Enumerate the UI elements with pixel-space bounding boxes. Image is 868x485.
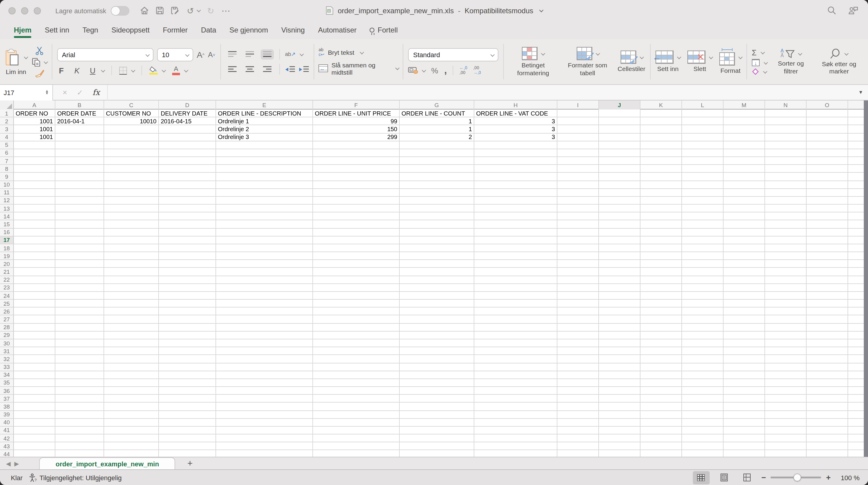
cell-C15[interactable] <box>104 221 159 228</box>
cell-A44[interactable] <box>14 450 55 457</box>
cell-N6[interactable] <box>765 149 807 157</box>
cell-J8[interactable] <box>599 165 641 173</box>
cell-E41[interactable] <box>216 427 313 434</box>
bold-button[interactable]: F <box>57 66 66 75</box>
cell-A38[interactable] <box>14 403 55 411</box>
cell-G14[interactable] <box>400 213 474 220</box>
cell-E40[interactable] <box>216 419 313 426</box>
decrease-indent-button[interactable] <box>285 66 294 72</box>
cell-D5[interactable] <box>159 141 216 149</box>
cell-B11[interactable] <box>55 189 104 196</box>
cell-M30[interactable] <box>723 340 765 347</box>
cell-M10[interactable] <box>723 181 765 189</box>
cell-D2[interactable]: 2016-04-15 <box>159 117 216 125</box>
cell-O42[interactable] <box>807 434 848 442</box>
cell-A31[interactable] <box>14 347 55 355</box>
cell-N28[interactable] <box>765 323 807 331</box>
name-box-stepper[interactable]: ▲▼ <box>45 90 49 94</box>
cell-M17[interactable] <box>723 236 765 244</box>
cell-F2[interactable]: 99 <box>313 117 400 125</box>
cell-B22[interactable] <box>55 276 104 284</box>
cell-M16[interactable] <box>723 228 765 236</box>
cell-D42[interactable] <box>159 434 216 442</box>
cell-N8[interactable] <box>765 165 807 173</box>
cell-B4[interactable] <box>55 133 104 141</box>
cell-G28[interactable] <box>400 323 474 331</box>
cell-L38[interactable] <box>682 403 723 411</box>
cell-H27[interactable] <box>474 316 557 323</box>
cell-G31[interactable] <box>400 347 474 355</box>
cell-G11[interactable] <box>400 189 474 196</box>
cell-B12[interactable] <box>55 197 104 204</box>
cell-E12[interactable] <box>216 197 313 204</box>
cell-L43[interactable] <box>682 442 723 450</box>
cell-M44[interactable] <box>723 450 765 457</box>
cell-I18[interactable] <box>557 244 599 252</box>
cell-F37[interactable] <box>313 395 400 402</box>
cell-A36[interactable] <box>14 387 55 395</box>
cell-A32[interactable] <box>14 355 55 363</box>
cell-I1[interactable] <box>557 109 599 117</box>
tab-formler[interactable]: Formler <box>156 22 194 39</box>
cell-J37[interactable] <box>599 395 641 402</box>
cell-B18[interactable] <box>55 244 104 252</box>
cell-G29[interactable] <box>400 331 474 340</box>
cell-F43[interactable] <box>313 442 400 450</box>
cell-G9[interactable] <box>400 173 474 181</box>
cell-I32[interactable] <box>557 355 599 363</box>
cell-G35[interactable] <box>400 379 474 387</box>
row-header-24[interactable]: 24 <box>0 292 14 300</box>
cell-D23[interactable] <box>159 284 216 292</box>
cell-C31[interactable] <box>104 347 159 355</box>
cell-E18[interactable] <box>216 244 313 252</box>
cell-G26[interactable] <box>400 308 474 316</box>
cell-D41[interactable] <box>159 427 216 434</box>
cell-D28[interactable] <box>159 323 216 331</box>
cell-N43[interactable] <box>765 442 807 450</box>
cell-L26[interactable] <box>682 308 723 316</box>
cell-O38[interactable] <box>807 403 848 411</box>
insert-cells-button[interactable]: ← Sett inn <box>655 51 680 72</box>
cell-G42[interactable] <box>400 434 474 442</box>
cell-E30[interactable] <box>216 340 313 347</box>
cell-B33[interactable] <box>55 363 104 371</box>
cell-F8[interactable] <box>313 165 400 173</box>
cell-E6[interactable] <box>216 149 313 157</box>
cell-O10[interactable] <box>807 181 848 189</box>
cell-E3[interactable]: Ordrelinje 2 <box>216 126 313 133</box>
cell-K22[interactable] <box>641 276 682 284</box>
cell-F4[interactable]: 299 <box>313 133 400 141</box>
cell-C32[interactable] <box>104 355 159 363</box>
cell-G16[interactable] <box>400 228 474 236</box>
cell-L8[interactable] <box>682 165 723 173</box>
tab-visning[interactable]: Visning <box>275 22 311 39</box>
cell-J23[interactable] <box>599 284 641 292</box>
format-painter-button[interactable] <box>32 69 47 77</box>
orientation-button[interactable]: ab↗ <box>285 51 303 57</box>
cell-L41[interactable] <box>682 427 723 434</box>
cell-G34[interactable] <box>400 371 474 379</box>
cell-A25[interactable] <box>14 300 55 308</box>
cell-J39[interactable] <box>599 411 641 419</box>
cell-H8[interactable] <box>474 165 557 173</box>
formula-input[interactable] <box>107 85 854 100</box>
tab-sideoppsett[interactable]: Sideoppsett <box>105 22 156 39</box>
cell-H13[interactable] <box>474 204 557 213</box>
cell-A18[interactable] <box>14 244 55 252</box>
cell-O35[interactable] <box>807 379 848 387</box>
cell-H4[interactable]: 3 <box>474 133 557 141</box>
cell-G1[interactable]: ORDER LINE - COUNT <box>400 109 474 117</box>
cell-J38[interactable] <box>599 403 641 411</box>
cell-E29[interactable] <box>216 331 313 340</box>
cell-A30[interactable] <box>14 340 55 347</box>
cell-B37[interactable] <box>55 395 104 402</box>
cell-A23[interactable] <box>14 284 55 292</box>
cell-C26[interactable] <box>104 308 159 316</box>
cell-B5[interactable] <box>55 141 104 149</box>
column-header-G[interactable]: G <box>400 100 474 109</box>
cell-B28[interactable] <box>55 323 104 331</box>
cell-A19[interactable] <box>14 252 55 260</box>
cell-N26[interactable] <box>765 308 807 316</box>
tab-tegn[interactable]: Tegn <box>76 22 105 39</box>
cell-B39[interactable] <box>55 411 104 419</box>
